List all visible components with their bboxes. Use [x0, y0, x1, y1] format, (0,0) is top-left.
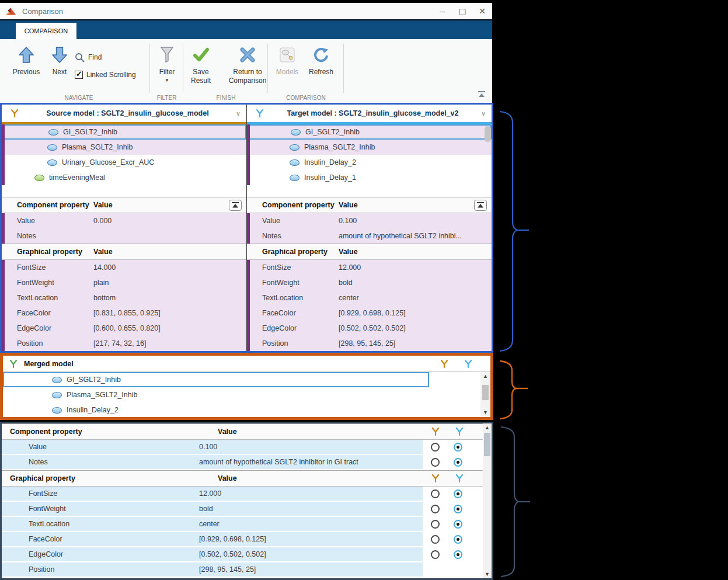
- checkbox-checked-icon[interactable]: [75, 71, 83, 79]
- filter-funnel-icon: [159, 46, 175, 64]
- list-item[interactable]: Plasma_SGLT2_Inhib: [3, 387, 490, 402]
- collapse-table-button[interactable]: [229, 200, 242, 211]
- list-item[interactable]: Plasma_SGLT2_Inhib: [247, 140, 492, 155]
- scroll-down-icon[interactable]: ▼: [485, 570, 490, 578]
- table-row[interactable]: Value 0.100: [2, 440, 483, 455]
- table-row[interactable]: Value 0.000: [2, 213, 246, 228]
- table-row[interactable]: TextLocation bottom: [2, 290, 246, 305]
- table-row[interactable]: EdgeColor [0.502, 0.502, 0.502]: [2, 547, 483, 562]
- target-choice-radio[interactable]: [454, 458, 462, 467]
- source-choice-radio[interactable]: [431, 458, 440, 467]
- target-choice-radio[interactable]: [454, 443, 462, 452]
- collapse-table-button[interactable]: [474, 200, 487, 211]
- target-choice-radio[interactable]: [454, 535, 462, 544]
- close-button[interactable]: ✕: [472, 3, 492, 19]
- table-row[interactable]: FaceColor [0.929, 0.698, 0.125]: [247, 305, 492, 321]
- list-item[interactable]: Urinary_Glucose_Excr_AUC: [2, 155, 246, 170]
- target-filter-funnel-icon[interactable]: [455, 427, 464, 436]
- table-row[interactable]: EdgeColor [0.502, 0.502, 0.502]: [247, 321, 492, 336]
- source-filter-funnel-icon[interactable]: [440, 359, 449, 369]
- source-choice-radio[interactable]: [431, 489, 440, 498]
- modified-indicator-bar: [2, 124, 5, 185]
- filter-button[interactable]: Filter ▼: [153, 45, 181, 83]
- target-choice-radio[interactable]: [454, 489, 462, 498]
- chevron-down-icon[interactable]: ∨: [481, 110, 486, 117]
- collapse-ribbon-icon[interactable]: [477, 90, 486, 100]
- table-row[interactable]: TextLocation center: [247, 290, 492, 305]
- source-item-list: GI_SGLT2_Inhib Plasma_SGLT2_Inhib Urinar…: [2, 124, 246, 197]
- list-item[interactable]: Insulin_Delay_2: [3, 402, 490, 416]
- species-ellipse-icon: [291, 129, 301, 136]
- maximize-button[interactable]: ▢: [452, 3, 472, 19]
- target-pane-header[interactable]: Target model : SGLT2_insulin_glucose_mod…: [247, 105, 492, 122]
- find-button[interactable]: Find: [75, 51, 136, 64]
- scroll-down-icon[interactable]: ▼: [483, 408, 488, 416]
- scrollbar-thumb[interactable]: [485, 126, 491, 142]
- source-choice-radio[interactable]: [431, 535, 440, 544]
- linked-scrolling-toggle[interactable]: Linked Scrolling: [75, 68, 136, 81]
- window-controls: – ▢ ✕: [433, 3, 492, 19]
- table-row[interactable]: TextLocation center: [2, 517, 483, 532]
- blue-brace: [500, 112, 517, 351]
- target-choice-radio[interactable]: [454, 505, 462, 513]
- list-item[interactable]: GI_SGLT2_Inhib: [3, 372, 429, 387]
- save-result-button[interactable]: Save Result: [186, 45, 216, 85]
- list-item[interactable]: GI_SGLT2_Inhib: [2, 124, 246, 140]
- refresh-button[interactable]: Refresh: [305, 45, 337, 77]
- target-pane: Target model : SGLT2_insulin_glucose_mod…: [247, 105, 492, 351]
- list-item[interactable]: GI_SGLT2_Inhib: [247, 124, 492, 140]
- next-button[interactable]: Next: [48, 45, 71, 77]
- table-row[interactable]: FontSize 12.000: [2, 487, 483, 502]
- table-row[interactable]: Notes amount of hypothetical SGLT2 inhib…: [247, 228, 492, 244]
- merged-scrollbar[interactable]: ▲ ▼: [480, 372, 490, 416]
- chevron-down-icon[interactable]: ∨: [236, 110, 241, 117]
- list-item[interactable]: Plasma_SGLT2_Inhib: [2, 140, 246, 155]
- scrollbar-thumb[interactable]: [484, 433, 490, 456]
- source-pane-header[interactable]: Source model : SGLT2_insulin_glucose_mod…: [2, 105, 246, 122]
- table-row[interactable]: Value 0.100: [247, 213, 492, 228]
- bottom-scrollbar[interactable]: ▲ ▼: [483, 423, 492, 578]
- species-ellipse-icon: [47, 159, 57, 166]
- source-choice-radio[interactable]: [431, 443, 440, 452]
- species-ellipse-icon: [52, 407, 62, 414]
- target-filter-funnel-icon[interactable]: [455, 474, 464, 483]
- table-row[interactable]: Notes amount of hypothetical SGLT2 inhib…: [2, 455, 483, 470]
- table-row[interactable]: FontSize 14.000: [2, 260, 246, 275]
- previous-button[interactable]: Previous: [8, 45, 44, 77]
- scroll-up-icon[interactable]: ▲: [483, 372, 488, 380]
- table-row[interactable]: FontWeight bold: [247, 275, 492, 290]
- source-choice-radio[interactable]: [431, 520, 440, 529]
- list-item[interactable]: Insulin_Delay_1: [247, 170, 492, 185]
- table-row[interactable]: EdgeColor [0.600, 0.655, 0.820]: [2, 321, 246, 336]
- scrollbar-thumb[interactable]: [482, 385, 489, 400]
- table-row[interactable]: FaceColor [0.929, 0.698, 0.125]: [2, 532, 483, 547]
- table-row[interactable]: Position [298, 95, 145, 25]: [247, 336, 492, 351]
- toolbar-divider: [183, 44, 183, 93]
- target-choice-radio[interactable]: [454, 550, 462, 559]
- slate-brace: [501, 427, 518, 576]
- minimize-button[interactable]: –: [433, 3, 452, 19]
- list-item[interactable]: Insulin_Delay_2: [247, 155, 492, 170]
- table-row[interactable]: Position [217, 74, 32, 16]: [2, 336, 246, 351]
- target-choice-radio[interactable]: [454, 520, 462, 529]
- table-row[interactable]: FontWeight bold: [2, 502, 483, 517]
- table-row[interactable]: FaceColor [0.831, 0.855, 0.925]: [2, 305, 246, 321]
- target-filter-funnel-icon[interactable]: [464, 359, 473, 369]
- species-ellipse-icon: [52, 377, 62, 383]
- source-choice-radio[interactable]: [431, 550, 440, 559]
- toolbar-divider: [149, 44, 150, 93]
- list-item[interactable]: timeEveningMeal: [2, 170, 246, 185]
- orange-brace: [500, 361, 516, 419]
- tab-comparison[interactable]: COMPARISON: [16, 23, 76, 39]
- source-filter-funnel-icon[interactable]: [431, 474, 440, 483]
- table-row[interactable]: FontSize 12.000: [247, 260, 492, 275]
- source-choice-radio[interactable]: [431, 505, 440, 513]
- species-ellipse-icon: [290, 144, 299, 151]
- refresh-icon: [313, 47, 329, 63]
- section-label-finish: FINISH: [184, 95, 267, 101]
- table-row[interactable]: FontWeight plain: [2, 275, 246, 290]
- table-row[interactable]: Position [298, 95, 145, 25]: [2, 562, 483, 578]
- table-row[interactable]: Notes: [2, 228, 246, 244]
- source-filter-funnel-icon[interactable]: [431, 427, 440, 436]
- scroll-up-icon[interactable]: ▲: [485, 423, 490, 432]
